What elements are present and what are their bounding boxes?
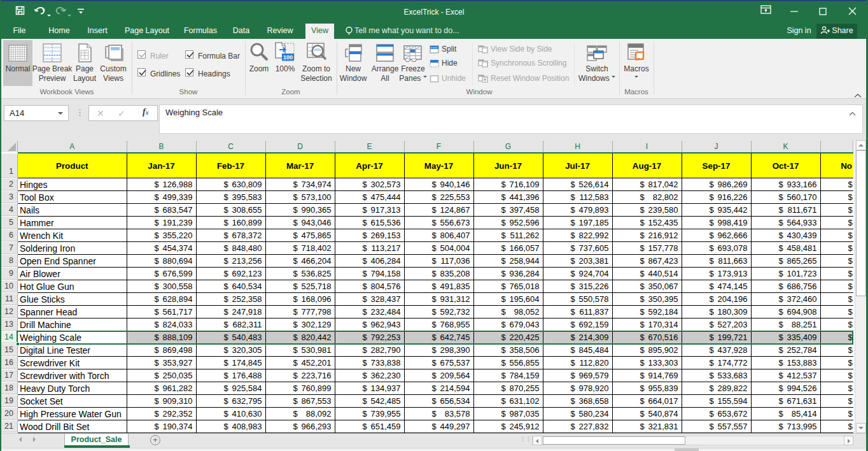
svg-text:100: 100: [283, 54, 293, 61]
